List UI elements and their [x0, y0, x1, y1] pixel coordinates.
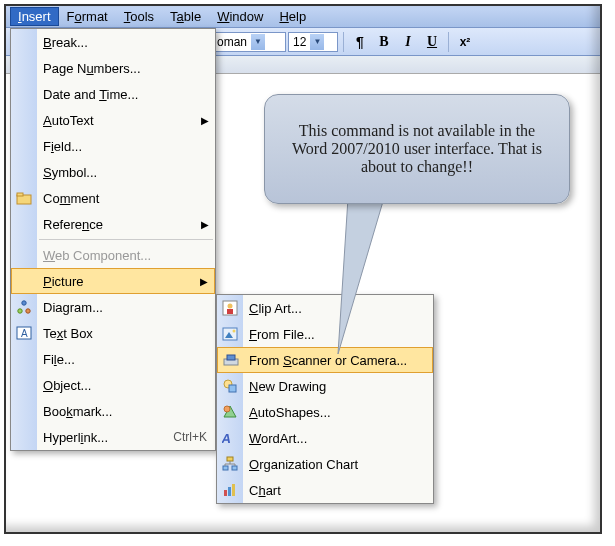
submenu-org-chart[interactable]: Organization Chart [217, 451, 433, 477]
svg-text:A: A [21, 328, 28, 339]
svg-rect-2 [17, 193, 23, 196]
menubar-table[interactable]: Table [162, 7, 209, 26]
shapes-icon [221, 403, 239, 421]
menu-symbol[interactable]: Symbol... [11, 159, 215, 185]
separator [343, 32, 344, 52]
chevron-down-icon: ▼ [251, 34, 265, 50]
menu-object[interactable]: Object... [11, 372, 215, 398]
svg-rect-22 [223, 466, 228, 470]
svg-rect-15 [227, 355, 235, 360]
menubar: Insert Format Tools Table Window Help [6, 6, 600, 28]
menu-autotext[interactable]: AutoText▶ [11, 107, 215, 133]
font-size-select[interactable]: 12 ▼ [288, 32, 338, 52]
svg-point-4 [18, 309, 22, 313]
svg-point-3 [22, 301, 26, 305]
submenu-autoshapes[interactable]: AutoShapes... [217, 399, 433, 425]
font-name-value: oman [217, 35, 247, 49]
svg-rect-17 [229, 385, 236, 392]
menu-date-time[interactable]: Date and Time... [11, 81, 215, 107]
wordart-icon: A [221, 429, 239, 447]
submenu-wordart[interactable]: A WordArt... [217, 425, 433, 451]
menubar-tools[interactable]: Tools [116, 7, 162, 26]
font-name-select[interactable]: oman ▼ [212, 32, 286, 52]
svg-rect-23 [232, 466, 237, 470]
svg-rect-30 [232, 484, 235, 496]
insert-menu: Break... Page Numbers... Date and Time..… [10, 28, 216, 451]
callout-bubble: This command is not available in the Wor… [264, 94, 570, 204]
chart-icon [221, 481, 239, 499]
chevron-right-icon: ▶ [201, 115, 209, 126]
folder-icon [15, 189, 33, 207]
menu-web-component: Web Component... [11, 242, 215, 268]
italic-button[interactable]: I [397, 31, 419, 53]
menu-page-numbers[interactable]: Page Numbers... [11, 55, 215, 81]
app-window: Insert Format Tools Table Window Help om… [4, 4, 602, 534]
callout-text: This command is not available in the Wor… [281, 122, 553, 176]
menubar-window[interactable]: Window [209, 7, 271, 26]
submenu-new-drawing[interactable]: New Drawing [217, 373, 433, 399]
svg-rect-10 [227, 309, 233, 314]
menu-hyperlink[interactable]: Hyperlink...Ctrl+K [11, 424, 215, 450]
drawing-icon [221, 377, 239, 395]
svg-point-5 [26, 309, 30, 313]
menu-picture[interactable]: Picture▶ [11, 268, 215, 294]
chevron-down-icon: ▼ [310, 34, 324, 50]
clipart-icon [221, 299, 239, 317]
menubar-help[interactable]: Help [271, 7, 314, 26]
submenu-from-file[interactable]: From File... [217, 321, 433, 347]
svg-point-13 [233, 330, 236, 333]
svg-rect-29 [228, 487, 231, 496]
superscript-button[interactable]: x² [454, 31, 476, 53]
chevron-right-icon: ▶ [201, 219, 209, 230]
svg-rect-28 [224, 490, 227, 496]
menu-diagram[interactable]: Diagram... [11, 294, 215, 320]
pilcrow-button[interactable]: ¶ [349, 31, 371, 53]
menu-text-box[interactable]: A Text Box [11, 320, 215, 346]
svg-rect-21 [227, 457, 233, 461]
menu-bookmark[interactable]: Bookmark... [11, 398, 215, 424]
submenu-from-scanner[interactable]: From Scanner or Camera... [217, 347, 433, 373]
svg-point-19 [224, 406, 230, 412]
separator [448, 32, 449, 52]
textbox-icon: A [15, 324, 33, 342]
svg-point-9 [228, 304, 233, 309]
submenu-clip-art[interactable]: Clip Art... [217, 295, 433, 321]
svg-text:A: A [222, 431, 233, 445]
submenu-chart[interactable]: Chart [217, 477, 433, 503]
underline-button[interactable]: U [421, 31, 443, 53]
chevron-right-icon: ▶ [200, 276, 208, 287]
menu-break[interactable]: Break... [11, 29, 215, 55]
picture-submenu: Clip Art... From File... From Scanner or… [216, 294, 434, 504]
image-icon [221, 325, 239, 343]
menubar-insert[interactable]: Insert [10, 7, 59, 26]
menu-reference[interactable]: Reference▶ [11, 211, 215, 237]
diagram-icon [15, 298, 33, 316]
menu-comment[interactable]: Comment [11, 185, 215, 211]
scanner-icon [222, 351, 240, 369]
accel-text: Ctrl+K [173, 430, 207, 444]
menubar-format[interactable]: Format [59, 7, 116, 26]
separator [39, 239, 213, 240]
orgchart-icon [221, 455, 239, 473]
svg-marker-0 [338, 198, 384, 354]
menu-file[interactable]: File... [11, 346, 215, 372]
font-size-value: 12 [293, 35, 306, 49]
menu-field[interactable]: Field... [11, 133, 215, 159]
bold-button[interactable]: B [373, 31, 395, 53]
